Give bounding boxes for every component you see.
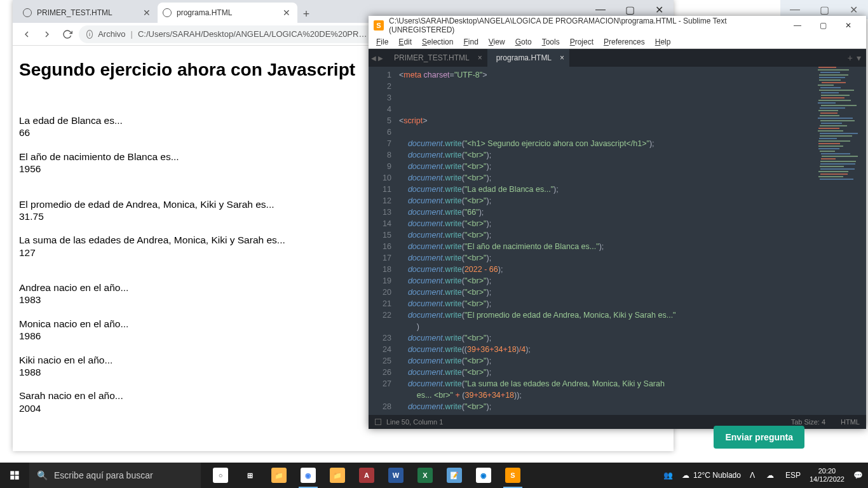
taskbar-app-folder[interactable]: 📁: [264, 463, 294, 488]
reload-button[interactable]: [58, 25, 76, 43]
status-tab-size[interactable]: Tab Size: 4: [791, 418, 825, 426]
code-line[interactable]: document.write("<br>");: [399, 149, 866, 161]
code-line[interactable]: document.write("<br>");: [399, 172, 866, 184]
code-area[interactable]: <meta charset="UTF-8"> <script> document…: [395, 67, 866, 414]
minimap[interactable]: [815, 67, 866, 181]
line-number: 22: [369, 309, 391, 332]
status-checkbox[interactable]: [375, 419, 381, 425]
status-language[interactable]: HTML: [841, 418, 860, 426]
line-number: 12: [369, 195, 391, 207]
code-line[interactable]: [399, 92, 866, 104]
code-line[interactable]: document.write("<br>");: [399, 218, 866, 229]
taskbar-app-chrome[interactable]: ◉: [294, 463, 323, 488]
code-line[interactable]: document.write(2022 - 66);: [399, 264, 866, 275]
onedrive-icon[interactable]: ☁: [764, 471, 776, 480]
code-line[interactable]: document.write("La edad de Blanca es..."…: [399, 184, 866, 195]
new-tab-icon[interactable]: +: [848, 53, 853, 63]
language-indicator[interactable]: ESP: [783, 471, 803, 480]
line-number: 16: [369, 241, 391, 252]
taskbar-app-sublime[interactable]: S: [498, 463, 527, 488]
menu-view[interactable]: View: [484, 37, 510, 46]
close-icon[interactable]: ✕: [141, 8, 153, 18]
code-line[interactable]: document.write((39+36+34+18)/4);: [399, 344, 866, 355]
code-line[interactable]: document.write("<br>");: [399, 298, 866, 309]
tab-nav-icons[interactable]: ◀ ▶: [371, 55, 383, 62]
menu-find[interactable]: Find: [458, 37, 483, 46]
chrome-icon: ◉: [301, 468, 316, 483]
code-line[interactable]: document.write("<br>");: [399, 355, 866, 367]
taskbar-app-np[interactable]: 📝: [440, 463, 469, 488]
menu-edit[interactable]: Edit: [393, 37, 417, 46]
chrome-tab-programa[interactable]: programa.HTML ✕: [158, 3, 297, 23]
code-line[interactable]: document.write("<br>");: [399, 229, 866, 241]
folder-icon: 📁: [271, 468, 287, 483]
code-line[interactable]: <meta charset="UTF-8">: [399, 69, 866, 81]
sublime-minimize-button[interactable]: —: [785, 16, 810, 35]
sublime-tab-programa[interactable]: programa.HTML ×: [487, 49, 569, 67]
forward-button[interactable]: [38, 25, 56, 43]
start-button[interactable]: [0, 463, 29, 488]
taskbar-app-explorer[interactable]: 📁: [323, 463, 352, 488]
new-tab-button[interactable]: +: [297, 5, 315, 23]
code-line[interactable]: document.write("La suma de las edades de…: [399, 378, 866, 401]
menu-goto[interactable]: Goto: [510, 37, 537, 46]
code-line[interactable]: document.write("<br>");: [399, 367, 866, 378]
access-icon: A: [359, 468, 374, 483]
code-line[interactable]: [399, 126, 866, 138]
menu-preferences[interactable]: Preferences: [599, 37, 650, 46]
excel-icon: X: [417, 468, 433, 483]
close-icon[interactable]: ×: [560, 53, 564, 62]
code-line[interactable]: document.write("<br>");: [399, 195, 866, 207]
code-line[interactable]: document.write("<br>");: [399, 332, 866, 344]
code-line[interactable]: [399, 81, 866, 92]
menu-selection[interactable]: Selection: [417, 37, 458, 46]
sublime-close-button[interactable]: ✕: [836, 16, 861, 35]
close-icon[interactable]: ×: [478, 53, 482, 62]
chrome-tab-primer[interactable]: PRIMER_TEST.HTML ✕: [18, 3, 158, 23]
line-gutter: 1234567891011121314151617181920212223242…: [369, 67, 395, 414]
code-line[interactable]: document.write("El año de nacimiento de …: [399, 241, 866, 252]
code-line[interactable]: document.write("<br>");: [399, 252, 866, 264]
taskbar-clock[interactable]: 20:20 14/12/2022: [810, 467, 844, 484]
tab-menu-icon[interactable]: ▾: [857, 53, 861, 63]
code-line[interactable]: document.write("<br>");: [399, 287, 866, 298]
line-number: 18: [369, 264, 391, 275]
code-line[interactable]: document.write("<h1> Segundo ejercicio a…: [399, 138, 866, 149]
taskbar-app-word[interactable]: W: [381, 463, 410, 488]
taskbar-app-access[interactable]: A: [352, 463, 381, 488]
menu-help[interactable]: Help: [650, 37, 676, 46]
line-number: 19: [369, 275, 391, 287]
taskview-icon: ⊞: [242, 468, 257, 483]
code-line[interactable]: <script>: [399, 115, 866, 126]
code-line[interactable]: document.write("<br>");: [399, 161, 866, 172]
code-line[interactable]: [399, 104, 866, 115]
taskbar-app-taskview[interactable]: ⊞: [235, 463, 264, 488]
sublime-maximize-button[interactable]: ▢: [810, 16, 836, 35]
line-number: 13: [369, 207, 391, 218]
people-icon[interactable]: 👥: [661, 471, 675, 480]
code-line[interactable]: document.write("El promedio de edad de A…: [399, 309, 866, 332]
weather-widget[interactable]: ☁ 12°C Nublado: [682, 471, 741, 480]
sublime-icon: S: [505, 468, 520, 483]
back-button[interactable]: [18, 25, 36, 43]
sublime-tab-primer[interactable]: PRIMER_TEST.HTML ×: [385, 49, 487, 67]
send-question-button[interactable]: Enviar pregunta: [714, 426, 804, 449]
address-bar[interactable]: i Archivo | C:/Users/SARAH/Desktop/ANGEL…: [79, 25, 377, 43]
code-line[interactable]: document.write("<br>");: [399, 275, 866, 287]
sublime-editor[interactable]: 1234567891011121314151617181920212223242…: [369, 67, 866, 414]
code-line[interactable]: document.write("<br>");: [399, 401, 866, 412]
sublime-title: C:\Users\SARAH\Desktop\ANGELA\LOGICA DE …: [389, 17, 785, 34]
tray-chevron-icon[interactable]: ᐱ: [747, 471, 757, 480]
close-icon[interactable]: ✕: [281, 8, 292, 18]
taskbar-app-cortana[interactable]: ○: [206, 463, 235, 488]
sublime-titlebar[interactable]: S C:\Users\SARAH\Desktop\ANGELA\LOGICA D…: [369, 16, 866, 35]
code-line[interactable]: document.write("66");: [399, 207, 866, 218]
menu-project[interactable]: Project: [565, 37, 599, 46]
taskbar-app-edge[interactable]: ◉: [469, 463, 498, 488]
line-number: 3: [369, 92, 391, 104]
taskbar-search[interactable]: 🔍 Escribe aquí para buscar: [29, 463, 201, 488]
menu-tools[interactable]: Tools: [537, 37, 565, 46]
taskbar-app-excel[interactable]: X: [410, 463, 440, 488]
notifications-icon[interactable]: 💬: [851, 471, 865, 480]
menu-file[interactable]: File: [371, 37, 393, 46]
